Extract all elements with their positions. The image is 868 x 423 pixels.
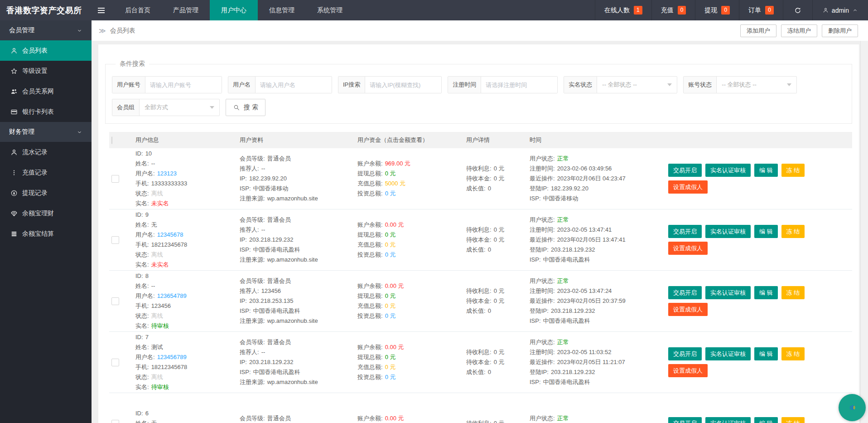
nav-stat[interactable]: 提现0 [695,0,739,20]
time-value: 中国香港移动 [543,195,579,202]
action-button[interactable]: 实名认证审核 [705,286,751,299]
fund-value[interactable]: 0 元 [385,190,396,197]
action-button[interactable]: 冻 结 [781,417,805,423]
action-button[interactable]: 设置成假人 [668,180,708,194]
row-checkbox[interactable] [111,420,119,423]
fund-value[interactable]: 0 元 [385,231,396,238]
action-button[interactable]: 实名认证审核 [705,417,751,423]
fund-value[interactable]: 5000 元 [385,180,406,187]
sidebar-item-gem-3[interactable]: 余额宝理财 [0,203,92,224]
field-select[interactable]: 全部方式 [140,99,219,116]
fund-value[interactable]: 0.00 元 [385,344,404,350]
column-header: 时间 [526,136,666,144]
fund-value[interactable]: 0 元 [385,364,396,370]
field-input[interactable] [481,77,557,93]
sidebar-item-layers-4[interactable]: 余额宝结算 [0,224,92,244]
action-button[interactable]: 编 辑 [754,225,778,238]
action-button[interactable]: 实名认证审核 [705,164,751,177]
action-button[interactable]: 编 辑 [754,286,778,299]
top-menu-item[interactable]: 用户中心 [210,0,258,20]
hamburger-icon[interactable] [89,0,114,20]
action-button[interactable]: 交易开启 [668,347,702,360]
fund-value[interactable]: 969.00 元 [385,160,410,167]
top-menu-item[interactable]: 信息管理 [258,0,306,20]
details-value: 0 元 [494,226,505,233]
profile-line: ISP:中国香港电讯盈科 [240,367,354,377]
action-button[interactable]: 编 辑 [754,417,778,423]
action-button[interactable]: 编 辑 [754,164,778,177]
action-button[interactable]: 交易开启 [668,225,702,238]
username-link[interactable]: 123123 [157,170,177,177]
action-button[interactable]: 设置成假人 [668,303,708,316]
username-link[interactable]: 123654789 [157,292,187,299]
action-button[interactable]: 冻 结 [781,164,805,177]
username-link[interactable]: 12345678 [157,231,183,238]
toolbar-button[interactable]: 删除用户 [822,24,858,37]
action-button[interactable]: 设置成假人 [668,242,708,255]
admin-menu[interactable]: admin [812,0,868,20]
top-menu-item[interactable]: 后台首页 [114,0,162,20]
info-value: 无 [151,420,157,423]
fund-value[interactable]: 0 元 [385,241,396,248]
field-input[interactable] [365,77,441,93]
sidebar-group-title[interactable]: 财务管理 [0,122,92,142]
action-button[interactable]: 实名认证审核 [705,347,751,360]
toolbar-button[interactable]: 添加用户 [740,24,776,37]
action-button[interactable]: 冻 结 [781,225,805,238]
action-button[interactable]: 交易开启 [668,286,702,299]
page-scrollbar[interactable] [860,41,868,423]
field-input[interactable] [256,77,332,93]
refresh-button[interactable] [783,0,812,20]
fund-value[interactable]: 0 元 [385,292,396,299]
fund-value[interactable]: 0.00 元 [385,221,404,228]
voice-broadcast-button[interactable] [839,394,866,421]
action-button[interactable]: 编 辑 [754,347,778,360]
nav-stat[interactable]: 在线人数1 [595,0,651,20]
sidebar-item-star-1[interactable]: 等级设置 [0,61,92,81]
sidebar-item-card-3[interactable]: 银行卡列表 [0,102,92,122]
sidebar-item-yen-2[interactable]: 提现记录 [0,183,92,203]
info-line: 姓名:无 [135,418,236,423]
nav-stat[interactable]: 充值0 [651,0,695,20]
fund-value[interactable]: 0 元 [385,251,396,258]
row-checkbox[interactable] [111,236,119,244]
sidebar-item-users-2[interactable]: 会员关系网 [0,81,92,102]
fund-value[interactable]: 0.00 元 [385,415,404,422]
row-checkbox[interactable] [111,297,119,305]
sidebar-item-dots-1[interactable]: 充值记录 [0,162,92,183]
search-button[interactable]: 搜 索 [226,99,265,116]
nav-stat[interactable]: 订单0 [739,0,783,20]
field-select[interactable]: -- 全部状态 -- [717,77,796,93]
toolbar-button[interactable]: 冻结用户 [781,24,817,37]
profile-value: -- [261,226,265,233]
sidebar-item-person-0[interactable]: 流水记录 [0,142,92,162]
profile-line: 推荐人:123456 [240,286,354,296]
fund-value[interactable]: 0.00 元 [385,282,404,289]
row-checkbox[interactable] [111,175,119,183]
funds-cell: 账户余额:0.00 元提现总额:0 元充值总额:0 元投资总额:0 元 [354,209,463,270]
fund-value[interactable]: 0 元 [385,170,396,177]
field-input[interactable] [145,77,222,93]
details-cell: 待收利息:0 元待收本金:0 元成长值:0 [463,332,526,393]
field-select[interactable]: -- 全部状态 -- [597,77,677,93]
action-button[interactable]: 交易开启 [668,417,702,423]
action-button[interactable]: 交易开启 [668,164,702,177]
sidebar-group-title[interactable]: 会员管理 [0,20,92,40]
action-button[interactable]: 冻 结 [781,347,805,360]
action-button[interactable]: 实名认证审核 [705,225,751,238]
select-all-checkbox[interactable] [111,136,112,144]
fund-value[interactable]: 0 元 [385,354,396,360]
top-menu-item[interactable]: 产品管理 [162,0,210,20]
sidebar-item-person-0[interactable]: 会员列表 [0,40,92,61]
fund-value[interactable]: 0 元 [385,374,396,380]
fund-value[interactable]: 0 元 [385,302,396,309]
action-button[interactable]: 冻 结 [781,286,805,299]
profile-line: IP:182.239.92.20 [240,174,354,184]
fund-value[interactable]: 0 元 [385,312,396,319]
action-line: 设置成假人 [668,180,852,194]
person-icon [10,149,18,156]
top-menu-item[interactable]: 系统管理 [306,0,354,20]
action-button[interactable]: 设置成假人 [668,364,708,377]
username-link[interactable]: 123456789 [157,354,187,360]
row-checkbox[interactable] [111,359,119,366]
